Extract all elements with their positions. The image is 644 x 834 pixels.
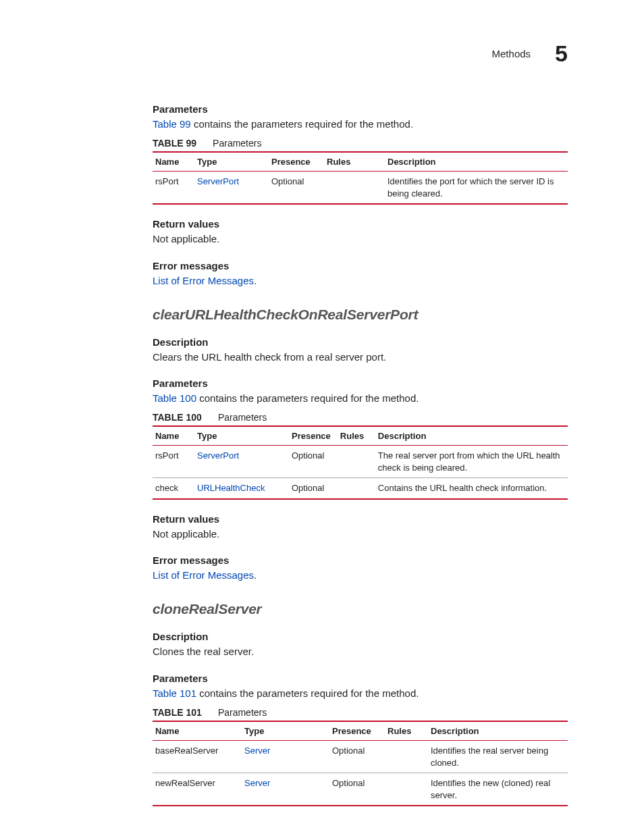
parameters-heading: Parameters <box>153 673 568 684</box>
table-row: baseRealServer Server Optional Identifie… <box>153 740 568 773</box>
cell-type-link[interactable]: URLHealthCheck <box>194 478 289 499</box>
cell-name: baseRealServer <box>153 740 242 773</box>
cell-description: The real server port from which the URL … <box>375 446 568 478</box>
cell-type-link[interactable]: ServerPort <box>194 446 289 478</box>
running-header: Methods 5 <box>153 41 568 67</box>
table-caption: TABLE 100Parameters <box>153 412 568 423</box>
chapter-number: 5 <box>555 41 568 67</box>
parameters-table-101: Name Type Presence Rules Description bas… <box>153 721 568 806</box>
cell-presence: Optional <box>269 172 324 205</box>
table-ref-link[interactable]: Table 101 <box>153 687 196 699</box>
table-row: rsPort ServerPort Optional The real serv… <box>153 446 568 478</box>
table-caption: TABLE 101Parameters <box>153 707 568 718</box>
table-caption-text: Parameters <box>213 138 261 149</box>
error-messages-text: List of Error Messages. <box>153 569 568 582</box>
cell-rules <box>338 446 375 478</box>
parameters-heading: Parameters <box>153 103 568 115</box>
method-title: clearURLHealthCheckOnRealServerPort <box>153 307 568 323</box>
description-heading: Description <box>153 631 568 642</box>
col-name: Name <box>153 721 242 741</box>
col-description: Description <box>385 152 568 172</box>
return-values-text: Not applicable. <box>153 232 568 246</box>
cell-description: Identifies the new (cloned) real server. <box>428 773 568 806</box>
description-text: Clones the real server. <box>153 645 568 658</box>
cell-presence: Optional <box>329 773 385 806</box>
table-number: TABLE 99 <box>153 138 196 149</box>
parameters-intro: Table 100 contains the parameters requir… <box>153 392 568 405</box>
table-ref-link[interactable]: Table 99 <box>153 118 191 130</box>
parameters-intro: Table 101 contains the parameters requir… <box>153 687 568 700</box>
table-number: TABLE 100 <box>153 412 202 423</box>
parameters-table-100: Name Type Presence Rules Description rsP… <box>153 425 568 500</box>
text: contains the parameters required for the… <box>196 687 419 699</box>
cell-name: rsPort <box>153 172 194 205</box>
col-description: Description <box>428 721 568 741</box>
cell-description: Identifies the port for which the server… <box>385 172 568 205</box>
col-type: Type <box>194 152 269 172</box>
table-caption-text: Parameters <box>218 707 267 718</box>
table-row: check URLHealthCheck Optional Contains t… <box>153 478 568 499</box>
col-name: Name <box>153 152 194 172</box>
table-row: rsPort ServerPort Optional Identifies th… <box>153 172 568 205</box>
cell-presence: Optional <box>329 740 385 773</box>
description-heading: Description <box>153 336 568 348</box>
parameters-intro: Table 99 contains the parameters require… <box>153 118 568 131</box>
error-messages-link[interactable]: List of Error Messages <box>153 275 254 286</box>
table-caption-text: Parameters <box>218 412 267 423</box>
text: . <box>254 275 257 286</box>
cell-description: Identifies the real server being cloned. <box>428 740 568 773</box>
col-rules: Rules <box>385 721 428 741</box>
col-name: Name <box>153 426 194 446</box>
error-messages-heading: Error messages <box>153 554 568 566</box>
description-text: Clears the URL health check from a real … <box>153 350 568 364</box>
col-rules: Rules <box>324 152 385 172</box>
error-messages-heading: Error messages <box>153 260 568 271</box>
col-presence: Presence <box>289 426 338 446</box>
cell-rules <box>338 478 375 499</box>
col-presence: Presence <box>329 721 385 741</box>
return-values-heading: Return values <box>153 218 568 230</box>
text: contains the parameters required for the… <box>191 118 413 130</box>
col-rules: Rules <box>338 426 375 446</box>
cell-rules <box>385 773 428 806</box>
cell-rules <box>385 740 428 773</box>
table-ref-link[interactable]: Table 100 <box>153 392 196 404</box>
col-description: Description <box>375 426 568 446</box>
cell-presence: Optional <box>289 478 338 499</box>
cell-type-link[interactable]: Server <box>242 773 329 806</box>
cell-presence: Optional <box>289 446 338 478</box>
return-values-heading: Return values <box>153 513 568 525</box>
col-presence: Presence <box>269 152 324 172</box>
col-type: Type <box>242 721 329 741</box>
method-title: cloneRealServer <box>153 601 568 617</box>
cell-name: check <box>153 478 194 499</box>
return-values-text: Not applicable. <box>153 527 568 541</box>
error-messages-link[interactable]: List of Error Messages <box>153 569 254 581</box>
table-row: newRealServer Server Optional Identifies… <box>153 773 568 806</box>
table-number: TABLE 101 <box>153 707 202 718</box>
parameters-heading: Parameters <box>153 377 568 389</box>
cell-name: rsPort <box>153 446 194 478</box>
parameters-table-99: Name Type Presence Rules Description rsP… <box>153 151 568 205</box>
table-caption: TABLE 99Parameters <box>153 138 568 149</box>
cell-rules <box>324 172 385 205</box>
cell-description: Contains the URL health check informatio… <box>375 478 568 499</box>
error-messages-text: List of Error Messages. <box>153 274 568 288</box>
cell-type-link[interactable]: ServerPort <box>194 172 269 205</box>
text: . <box>254 569 257 581</box>
cell-name: newRealServer <box>153 773 242 806</box>
text: contains the parameters required for the… <box>196 392 419 404</box>
cell-type-link[interactable]: Server <box>242 740 329 773</box>
section-label: Methods <box>492 48 531 59</box>
col-type: Type <box>194 426 289 446</box>
